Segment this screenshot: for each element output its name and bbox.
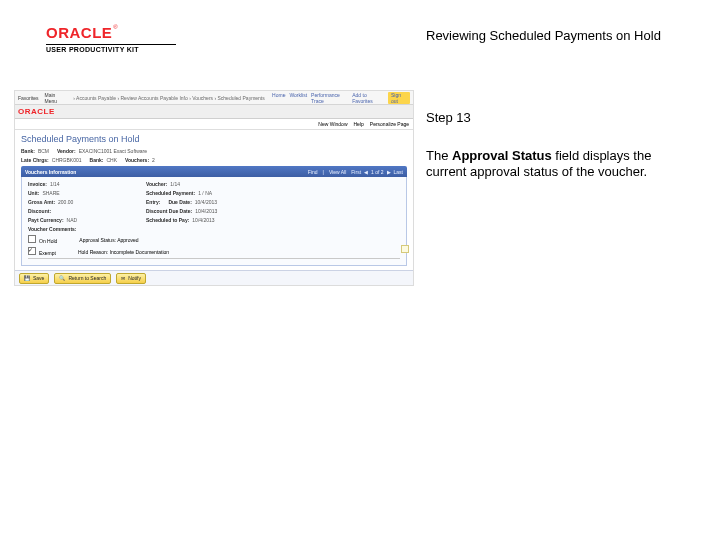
pager-first[interactable]: First — [351, 169, 361, 175]
exempt-label: Exempt — [39, 250, 56, 256]
invoice-value: 1/14 — [50, 181, 60, 187]
notify-button-label: Notify — [128, 275, 141, 281]
grid-body: Invoice: 1/14 Voucher: 1/14 Unit: SHARE … — [21, 177, 407, 266]
paycur-value: NAD — [67, 217, 78, 223]
voucher-value: 1/14 — [170, 181, 180, 187]
trademark: ® — [112, 24, 117, 30]
meta-row-1: Bank: BCM Vendor: EXACINC1001 Exact Soft… — [21, 148, 407, 154]
bankacct-value: CHK — [106, 157, 117, 163]
unit-value: SHARE — [42, 190, 59, 196]
form-title: Scheduled Payments on Hold — [21, 134, 407, 144]
schedtopay-label: Scheduled to Pay: — [146, 217, 189, 223]
brand-bar: ORACLE — [15, 105, 413, 119]
grid-find-link[interactable]: Find — [308, 169, 318, 175]
schedpay-label: Scheduled Payment: — [146, 190, 195, 196]
oracle-upk-logo: ORACLE® USER PRODUCTIVITY KIT — [46, 24, 176, 53]
pager-count: 1 of 2 — [371, 169, 384, 175]
oracle-mini-logo: ORACLE — [18, 107, 55, 116]
bank-label: Bank: — [21, 148, 35, 154]
logo-rule — [46, 44, 176, 45]
main-menu[interactable]: Main Menu — [45, 92, 68, 104]
approvalstatus-value: Approved — [117, 237, 138, 243]
vouchers-label: Vouchers: — [125, 157, 149, 163]
voucher-label: Voucher: — [146, 181, 167, 187]
save-icon: 💾 — [24, 275, 30, 281]
action-bar: 💾Save 🔍Return to Search ✉Notify — [15, 270, 413, 285]
breadcrumb: › Accounts Payable › Review Accounts Pay… — [73, 95, 266, 101]
favorites-menu[interactable]: Favorites — [18, 95, 39, 101]
resizer-handle[interactable] — [401, 245, 409, 253]
notify-button[interactable]: ✉Notify — [116, 273, 146, 284]
save-button-label: Save — [33, 275, 44, 281]
grid-viewall-link[interactable]: View All — [329, 169, 346, 175]
hold-line-2: Exempt Hold Reason: Incomplete Documenta… — [28, 247, 400, 256]
notify-icon: ✉ — [121, 275, 125, 281]
hold-line-1: On Hold Approval Status: Approved — [28, 235, 400, 244]
help-link[interactable]: Help — [354, 121, 364, 127]
duedate-label: Due Date: — [168, 199, 191, 205]
step-description: The Approval Status field displays the c… — [426, 148, 676, 181]
grid-header: Vouchers Information Find | View All Fir… — [21, 166, 407, 177]
entry-label: Entry: — [146, 199, 160, 205]
topbar-links: Home Worklist Performance Trace Add to F… — [272, 92, 410, 104]
addfavorites-link[interactable]: Add to Favorites — [352, 92, 384, 104]
personalize-link[interactable]: Personalize Page — [370, 121, 409, 127]
step-label: Step 13 — [426, 110, 471, 125]
onhold-label: On Hold — [39, 238, 57, 244]
bank-value: BCM — [38, 148, 49, 154]
grid-pager: First ◀ 1 of 2 ▶ Last — [351, 169, 403, 175]
schedpay-value: 1 / NA — [198, 190, 212, 196]
latechrgs-label: Late Chrgs: — [21, 157, 49, 163]
page-body: Scheduled Payments on Hold Bank: BCM Ven… — [15, 130, 413, 269]
gross-label: Gross Amt: — [28, 199, 55, 205]
return-button-label: Return to Search — [68, 275, 106, 281]
brand-name: ORACLE — [46, 24, 112, 41]
invoice-label: Invoice: — [28, 181, 47, 187]
page-toolbar: New Window Help Personalize Page — [15, 119, 413, 130]
home-link[interactable]: Home — [272, 92, 285, 104]
signout-button[interactable]: Sign out — [388, 92, 410, 104]
app-screenshot: Favorites Main Menu › Accounts Payable ›… — [14, 90, 414, 286]
approvalstatus-label: Approval Status: — [79, 237, 116, 243]
schedtopay-value: 10/4/2013 — [192, 217, 214, 223]
onhold-checkbox[interactable] — [28, 235, 36, 243]
exempt-checkbox[interactable] — [28, 247, 36, 255]
grid-controls: Find | View All First ◀ 1 of 2 ▶ Last — [308, 169, 403, 175]
vendor-label: Vendor: — [57, 148, 76, 154]
meta-row-2: Late Chrgs: CHRGBK001 Bank: CHK Vouchers… — [21, 157, 407, 163]
bankacct-label: Bank: — [90, 157, 104, 163]
worklist-link[interactable]: Worklist — [289, 92, 307, 104]
vouchers-value: 2 — [152, 157, 155, 163]
unit-label: Unit: — [28, 190, 39, 196]
vendor-value: EXACINC1001 Exact Software — [79, 148, 147, 154]
discduedate-value: 10/4/2013 — [195, 208, 217, 214]
desc-prefix: The — [426, 148, 452, 163]
grid-title: Vouchers Information — [25, 169, 76, 175]
return-button[interactable]: 🔍Return to Search — [54, 273, 111, 284]
logo-subtitle: USER PRODUCTIVITY KIT — [46, 46, 176, 53]
pager-last[interactable]: Last — [394, 169, 403, 175]
section-divider — [28, 258, 400, 259]
paycur-label: Payt Currency: — [28, 217, 64, 223]
comments-label: Voucher Comments: — [28, 226, 77, 232]
breadcrumb-bar: Favorites Main Menu › Accounts Payable ›… — [15, 91, 413, 105]
save-button[interactable]: 💾Save — [19, 273, 49, 284]
page-title: Reviewing Scheduled Payments on Hold — [426, 28, 686, 43]
holdreason-value: Incomplete Documentation — [110, 249, 169, 255]
discount-label: Discount: — [28, 208, 51, 214]
holdreason-label: Hold Reason: — [78, 249, 108, 255]
desc-bold: Approval Status — [452, 148, 552, 163]
gross-value: 200.00 — [58, 199, 73, 205]
discduedate-label: Discount Due Date: — [146, 208, 192, 214]
latechrgs-value: CHRGBK001 — [52, 157, 82, 163]
duedate-value: 10/4/2013 — [195, 199, 217, 205]
search-icon: 🔍 — [59, 275, 65, 281]
newwindow-link[interactable]: New Window — [318, 121, 347, 127]
perftrace-link[interactable]: Performance Trace — [311, 92, 348, 104]
